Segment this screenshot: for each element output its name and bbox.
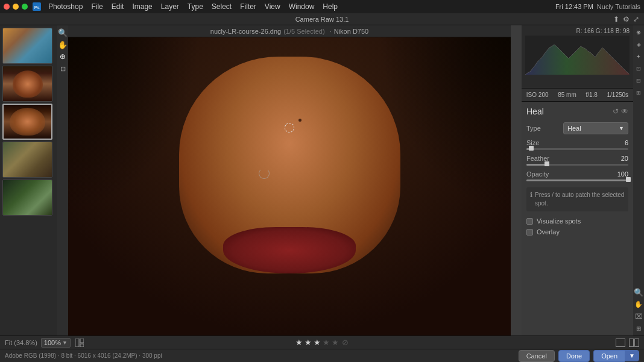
filmstrip-thumb-1[interactable] — [2, 28, 52, 64]
right-edge-icons: ⊕ ◈ ✦ ⊡ ⊟ ⊞ 🔍 ✋ ⌧ ⊞ — [633, 25, 644, 335]
info-icon: ℹ — [530, 191, 532, 199]
tool-heal[interactable]: ⊕ — [58, 52, 68, 61]
canvas-title-bar: nucly-LR-course-26.dng (1/5 Selected) · … — [68, 25, 511, 37]
camera-shutter: 1/1250s — [607, 92, 629, 98]
hair-right — [378, 25, 511, 211]
filmstrip-thumb-3[interactable] — [2, 104, 52, 140]
menu-edit[interactable]: Edit — [108, 1, 128, 12]
fullscreen-icon[interactable]: ⤢ — [633, 15, 639, 23]
layout-icon[interactable] — [74, 337, 85, 348]
svg-rect-3 — [75, 339, 79, 347]
feather-label-row: Feather 20 — [526, 155, 628, 162]
filmstrip-thumb-4[interactable] — [2, 142, 52, 178]
filmstrip-thumb-5[interactable] — [2, 179, 52, 216]
histogram-chart — [525, 36, 630, 75]
visibility-icon[interactable]: 👁 — [621, 107, 628, 116]
star-5[interactable]: ★ — [332, 338, 339, 347]
zoom-arrow: ▼ — [62, 340, 68, 346]
menu-type[interactable]: Type — [184, 1, 207, 12]
svg-rect-4 — [80, 339, 84, 343]
heal-title: Heal — [526, 107, 544, 116]
camera-aperture: f/1.8 — [586, 92, 597, 98]
canvas-selected-info: (1/5 Selected) — [283, 28, 324, 35]
feather-slider-track[interactable] — [526, 164, 628, 166]
edge-icon-hand[interactable]: ✋ — [634, 299, 643, 309]
visualize-spots-row: Visualize spots — [526, 217, 628, 225]
info-box: ℹ Press / to auto patch the selected spo… — [526, 187, 628, 211]
canvas-camera: Nikon D750 — [334, 28, 368, 35]
tool-zoom[interactable]: 🔍 — [58, 28, 68, 37]
feather-row: Feather 20 — [526, 155, 628, 166]
edge-icon-grid[interactable]: ⊞ — [634, 323, 643, 333]
status-bar: Adobe RGB (1998) · 8 bit · 6016 x 4016 (… — [0, 349, 644, 362]
heal-title-row: Heal ↺ 👁 — [526, 107, 628, 116]
menu-file[interactable]: File — [87, 1, 106, 12]
type-dropdown[interactable]: Heal ▼ — [563, 122, 628, 134]
fit-text: Fit (34.8%) — [5, 339, 37, 346]
edge-icon-2[interactable]: ◈ — [634, 40, 643, 49]
star-1[interactable]: ★ — [295, 338, 303, 347]
minimize-button[interactable] — [13, 4, 19, 10]
open-arrow-button[interactable]: ▼ — [625, 350, 639, 361]
edge-icon-6[interactable]: ⊞ — [634, 88, 643, 98]
size-slider-track[interactable] — [526, 148, 628, 150]
cancel-button[interactable]: Cancel — [519, 350, 555, 362]
visualize-spots-checkbox[interactable] — [526, 218, 533, 225]
hair-left — [68, 25, 201, 211]
edge-icon-1[interactable]: ⊕ — [634, 28, 643, 37]
done-button[interactable]: Done — [558, 350, 590, 362]
compare-single-icon[interactable] — [616, 339, 625, 347]
type-dropdown-arrow: ▼ — [619, 125, 624, 131]
reset-icon[interactable]: ↺ — [613, 107, 619, 116]
close-button[interactable] — [4, 4, 10, 10]
edge-icon-dropper[interactable]: ⌧ — [634, 311, 643, 321]
star-2[interactable]: ★ — [305, 338, 312, 347]
tutorials-label[interactable]: Nucly Tutorials — [597, 3, 640, 10]
overlay-checkbox[interactable] — [526, 229, 533, 236]
app-logo: Ps — [33, 2, 41, 11]
edge-icon-4[interactable]: ⊡ — [634, 64, 643, 73]
loading-spinner — [259, 168, 270, 179]
menu-filter[interactable]: Filter — [236, 1, 260, 12]
maximize-button[interactable] — [22, 4, 28, 10]
edge-icon-zoom-in[interactable]: 🔍 — [634, 287, 643, 297]
open-button[interactable]: Open — [593, 350, 625, 362]
info-text: Press / to auto patch the selected spot. — [535, 191, 625, 208]
menu-image[interactable]: Image — [128, 1, 156, 12]
camera-raw-title-bar: Camera Raw 13.1 ⬆ ⚙ ⤢ — [0, 13, 644, 25]
bottom-toolbar: Fit (34.8%) 100% ▼ ★ ★ ★ ★ ★ ⊘ — [0, 335, 644, 349]
heal-panel: Heal ↺ 👁 Type Heal ▼ Size 6 — [522, 102, 633, 335]
star-filter[interactable]: ⊘ — [342, 338, 349, 347]
menu-layer[interactable]: Layer — [157, 1, 183, 12]
edge-icon-5[interactable]: ⊟ — [634, 76, 643, 86]
open-button-group: Open ▼ — [593, 350, 639, 362]
settings-icon[interactable]: ⚙ — [623, 15, 630, 23]
tool-crop[interactable]: ⊡ — [58, 64, 68, 73]
menu-photoshop[interactable]: Photoshop — [45, 1, 86, 12]
compare-split-icon[interactable] — [629, 339, 639, 347]
edge-icon-3[interactable]: ✦ — [634, 52, 643, 61]
app-wrapper: Ps Photoshop File Edit Image Layer Type … — [0, 0, 644, 362]
menu-help[interactable]: Help — [319, 1, 341, 12]
opacity-row: Opacity 100 — [526, 170, 628, 181]
opacity-slider-track[interactable] — [526, 179, 628, 181]
size-slider-thumb[interactable] — [529, 146, 534, 151]
histogram-section: R: 166 G: 118 B: 98 — [522, 25, 633, 89]
menu-window[interactable]: Window — [285, 1, 318, 12]
tool-hand[interactable]: ✋ — [58, 40, 68, 49]
filmstrip-thumb-2[interactable] — [2, 66, 52, 102]
right-panel: R: 166 G: 118 B: 98 ISO 200 85 mm — [522, 25, 633, 335]
opacity-slider-thumb[interactable] — [626, 177, 631, 182]
zoom-control[interactable]: 100% ▼ — [41, 338, 71, 348]
star-4[interactable]: ★ — [323, 338, 330, 347]
camera-raw-title: Camera Raw 13.1 — [295, 16, 349, 23]
menu-view[interactable]: View — [261, 1, 284, 12]
menu-select[interactable]: Select — [208, 1, 235, 12]
overlay-row: Overlay — [526, 228, 628, 236]
star-3[interactable]: ★ — [314, 338, 321, 347]
feather-slider-thumb[interactable] — [545, 161, 549, 166]
camera-raw-toolbar-right: ⬆ ⚙ ⤢ — [613, 15, 639, 23]
canvas-file-name: nucly-LR-course-26.dng — [210, 28, 281, 35]
menu-bar: Ps Photoshop File Edit Image Layer Type … — [0, 0, 644, 13]
share-icon[interactable]: ⬆ — [613, 15, 619, 23]
